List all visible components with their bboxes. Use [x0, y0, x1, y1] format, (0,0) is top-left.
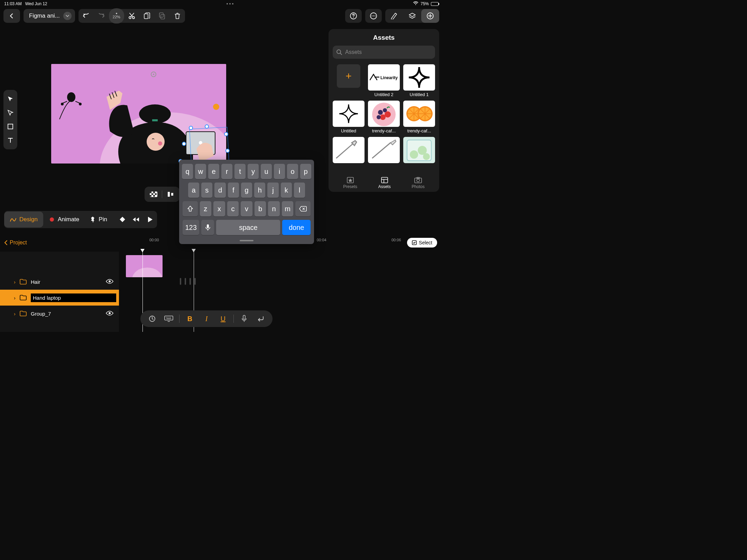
- key-v[interactable]: v: [241, 201, 252, 216]
- asset-item[interactable]: LinearityUntitled 2: [368, 64, 400, 97]
- key-k[interactable]: k: [281, 183, 292, 198]
- key-⇧[interactable]: [183, 201, 198, 216]
- mode-design[interactable]: Design: [4, 212, 43, 227]
- key-h[interactable]: h: [254, 183, 265, 198]
- delete-button[interactable]: [170, 9, 185, 23]
- floating-keyboard[interactable]: qwertyuiop asdfghjkl zxcvbnm 123 space d…: [179, 160, 314, 244]
- play-button[interactable]: [143, 213, 157, 226]
- align-button[interactable]: [164, 187, 177, 201]
- paste-button[interactable]: [155, 9, 170, 23]
- help-button[interactable]: [345, 9, 362, 23]
- key-u[interactable]: u: [261, 164, 272, 179]
- copy-button[interactable]: [139, 9, 155, 23]
- key-⌫[interactable]: [295, 201, 311, 216]
- keyboard-drag-handle[interactable]: [240, 240, 253, 241]
- key-z[interactable]: z: [200, 201, 212, 216]
- keyboard-toggle[interactable]: [160, 310, 177, 327]
- zoom-indicator[interactable]: 22%: [109, 8, 124, 24]
- project-title-pill[interactable]: Figma ani...: [24, 9, 75, 23]
- asset-item[interactable]: [368, 137, 400, 170]
- key-p[interactable]: p: [300, 164, 311, 179]
- svg-rect-4: [159, 13, 163, 17]
- mode-animate[interactable]: Animate: [43, 212, 85, 227]
- panel-tab-styles[interactable]: [385, 9, 403, 23]
- asset-item[interactable]: trendy-caf...: [368, 101, 400, 133]
- bold-button[interactable]: B: [182, 310, 198, 327]
- key-x[interactable]: x: [213, 201, 225, 216]
- layer-hand-laptop[interactable]: ›: [0, 290, 119, 306]
- timeline-clip[interactable]: [126, 255, 163, 277]
- key-n[interactable]: n: [268, 201, 280, 216]
- asset-add[interactable]: +: [333, 64, 365, 97]
- svg-point-37: [372, 103, 396, 126]
- underline-button[interactable]: U: [215, 310, 231, 327]
- transparency-button[interactable]: [147, 187, 160, 201]
- node-tool[interactable]: [3, 106, 17, 120]
- key-c[interactable]: c: [227, 201, 239, 216]
- layer-rename-input[interactable]: [31, 293, 116, 302]
- visibility-toggle[interactable]: [106, 311, 113, 317]
- tab-assets[interactable]: Assets: [378, 177, 391, 189]
- key-f[interactable]: f: [228, 183, 239, 198]
- return-button[interactable]: [252, 310, 269, 327]
- key-e[interactable]: e: [208, 164, 219, 179]
- layers-panel[interactable]: › Hair › › Group_7: [0, 252, 119, 332]
- key-m[interactable]: m: [282, 201, 294, 216]
- tab-presets[interactable]: Presets: [343, 177, 357, 189]
- back-button[interactable]: [3, 9, 20, 23]
- shape-tool[interactable]: [3, 120, 17, 133]
- visibility-toggle[interactable]: [106, 279, 113, 285]
- rotation-anchor[interactable]: [213, 104, 219, 110]
- key-s[interactable]: s: [201, 183, 212, 198]
- asset-item[interactable]: Untitled 1: [403, 64, 435, 97]
- asset-item[interactable]: [403, 137, 435, 170]
- svg-point-50: [423, 153, 430, 160]
- key-space[interactable]: space: [216, 220, 280, 235]
- key-t[interactable]: t: [234, 164, 246, 179]
- svg-rect-58: [165, 316, 173, 320]
- keyframe-button[interactable]: [116, 213, 129, 226]
- layer-group-7[interactable]: › Group_7: [0, 306, 119, 321]
- asset-item[interactable]: [333, 137, 365, 170]
- key-numbers[interactable]: 123: [183, 220, 199, 235]
- undo-button[interactable]: [79, 9, 94, 23]
- svg-rect-17: [152, 119, 158, 121]
- layer-hair[interactable]: › Hair: [0, 274, 119, 290]
- assets-search[interactable]: Assets: [333, 46, 435, 59]
- key-mic[interactable]: [201, 220, 214, 235]
- key-g[interactable]: g: [241, 183, 252, 198]
- panel-tab-add[interactable]: [421, 9, 439, 23]
- dictation-button[interactable]: [236, 310, 252, 327]
- rewind-button[interactable]: [129, 213, 143, 226]
- key-b[interactable]: b: [255, 201, 266, 216]
- key-d[interactable]: d: [214, 183, 225, 198]
- project-back-button[interactable]: Project: [4, 240, 27, 246]
- key-a[interactable]: a: [188, 183, 199, 198]
- key-w[interactable]: w: [195, 164, 206, 179]
- wifi-icon: [413, 1, 418, 7]
- key-o[interactable]: o: [287, 164, 298, 179]
- key-y[interactable]: y: [248, 164, 259, 179]
- history-button[interactable]: [144, 310, 160, 327]
- key-j[interactable]: j: [267, 183, 278, 198]
- asset-item[interactable]: Untitled: [333, 101, 365, 133]
- svg-rect-26: [168, 192, 170, 197]
- panel-tab-layers[interactable]: [403, 9, 421, 23]
- cut-button[interactable]: [124, 9, 139, 23]
- key-done[interactable]: done: [282, 220, 311, 235]
- key-q[interactable]: q: [182, 164, 193, 179]
- canvas[interactable]: [51, 64, 226, 164]
- key-l[interactable]: l: [294, 183, 305, 198]
- text-tool[interactable]: [3, 133, 17, 147]
- italic-button[interactable]: I: [198, 310, 215, 327]
- multitask-dots[interactable]: [227, 3, 233, 4]
- chevron-right-icon: ›: [14, 311, 16, 317]
- key-i[interactable]: i: [274, 164, 285, 179]
- tab-photos[interactable]: Photos: [412, 177, 424, 189]
- mode-pin[interactable]: Pin: [85, 212, 113, 227]
- move-tool[interactable]: [3, 92, 17, 106]
- asset-item[interactable]: trendy-caf...: [403, 101, 435, 133]
- redo-button[interactable]: [94, 9, 109, 23]
- key-r[interactable]: r: [221, 164, 232, 179]
- more-button[interactable]: [365, 9, 382, 23]
